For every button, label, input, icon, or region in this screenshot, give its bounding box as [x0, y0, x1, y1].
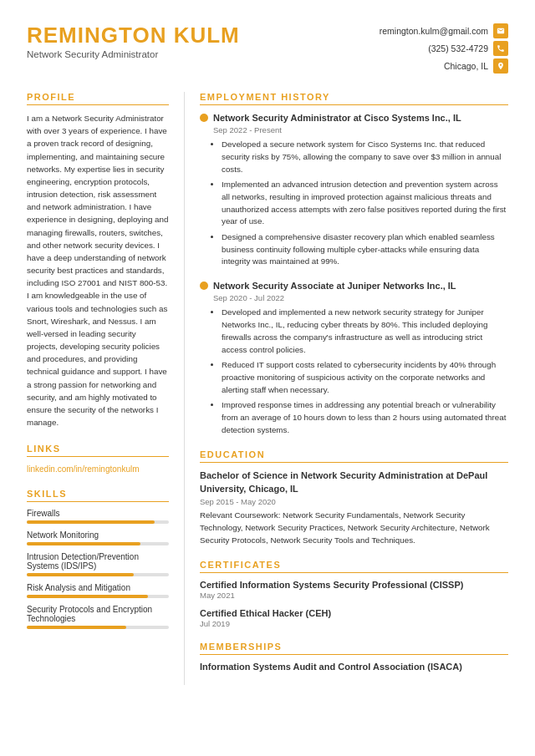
certificates-title: CERTIFICATES	[200, 560, 508, 573]
phone-svg	[497, 44, 505, 53]
page: REMINGTON KULM Network Security Administ…	[0, 0, 535, 708]
bullet: Developed and implemented a new network …	[222, 307, 508, 356]
job-item: Network Security Associate at Juniper Ne…	[200, 280, 508, 436]
candidate-name: REMINGTON KULM	[27, 23, 240, 48]
skills-list: Firewalls Network Monitoring Intrusion D…	[27, 509, 169, 629]
skill-item: Intrusion Detection/Prevention Systems (…	[27, 552, 169, 576]
job-title: Network Security Associate at Juniper Ne…	[213, 280, 456, 292]
location-svg	[497, 62, 505, 70]
skill-item: Network Monitoring	[27, 530, 169, 545]
skill-name: Risk Analysis and Mitigation	[27, 583, 169, 592]
job-dot	[200, 114, 208, 122]
bullet: Improved response times in addressing an…	[222, 399, 508, 436]
skill-name: Intrusion Detection/Prevention Systems (…	[27, 552, 169, 571]
cert-date: Jul 2019	[200, 619, 508, 628]
skill-bar-fill	[27, 573, 134, 576]
skill-bar-bg	[27, 595, 169, 598]
profile-section: PROFILE I am a Network Security Administ…	[27, 92, 169, 429]
skill-name: Security Protocols and Encryption Techno…	[27, 605, 169, 623]
candidate-title: Network Security Administrator	[27, 49, 240, 59]
email-row: remington.kulm@gmail.com	[380, 23, 508, 38]
employment-title: EMPLOYMENT HISTORY	[200, 92, 508, 105]
certificate-item: Certified Ethical Hacker (CEH) Jul 2019	[200, 608, 508, 628]
email-svg	[497, 27, 505, 35]
phone-row: (325) 532-4729	[380, 41, 508, 56]
links-title: LINKS	[27, 444, 169, 457]
certificates-section: CERTIFICATES Certified Information Syste…	[200, 560, 508, 628]
skill-item: Firewalls	[27, 509, 169, 524]
left-column: PROFILE I am a Network Security Administ…	[27, 92, 184, 685]
location-icon	[493, 58, 508, 74]
memberships-title: MEMBERSHIPS	[200, 642, 508, 655]
skills-section: SKILLS Firewalls Network Monitoring Intr…	[27, 489, 169, 629]
email-icon	[493, 23, 508, 38]
header-left: REMINGTON KULM Network Security Administ…	[27, 23, 240, 59]
jobs-list: Network Security Administrator at Cisco …	[200, 112, 508, 436]
skill-bar-fill	[27, 520, 155, 524]
header: REMINGTON KULM Network Security Administ…	[27, 23, 508, 74]
skill-bar-bg	[27, 520, 169, 524]
phone-text: (325) 532-4729	[428, 43, 488, 53]
right-column: EMPLOYMENT HISTORY Network Security Admi…	[184, 92, 508, 685]
location-text: Chicago, IL	[444, 61, 488, 71]
job-item: Network Security Administrator at Cisco …	[200, 112, 508, 268]
education-list: Bachelor of Science in Network Security …	[200, 469, 508, 546]
job-title-row: Network Security Associate at Juniper Ne…	[200, 280, 508, 292]
memberships-section: MEMBERSHIPS Information Systems Audit an…	[200, 642, 508, 672]
edu-degree: Bachelor of Science in Network Security …	[200, 469, 508, 495]
skill-item: Risk Analysis and Mitigation	[27, 583, 169, 598]
edu-coursework: Relevant Coursework: Network Security Fu…	[200, 510, 508, 546]
profile-title: PROFILE	[27, 92, 169, 105]
phone-icon	[493, 41, 508, 56]
main-layout: PROFILE I am a Network Security Administ…	[27, 92, 508, 685]
skill-bar-bg	[27, 542, 169, 545]
cert-name: Certified Information Systems Security P…	[200, 580, 508, 590]
job-title: Network Security Administrator at Cisco …	[213, 112, 461, 124]
skills-title: SKILLS	[27, 489, 169, 502]
skill-bar-fill	[27, 626, 126, 629]
cert-date: May 2021	[200, 591, 508, 600]
bullet: Designed a comprehensive disaster recove…	[222, 231, 508, 268]
profile-text: I am a Network Security Administrator wi…	[27, 112, 169, 429]
bullet: Developed a secure network system for Ci…	[222, 139, 508, 175]
bullet: Reduced IT support costs related to cybe…	[222, 359, 508, 396]
location-row: Chicago, IL	[380, 58, 508, 74]
membership-item: Information Systems Audit and Control As…	[200, 662, 508, 672]
edu-dates: Sep 2015 - May 2020	[200, 497, 508, 506]
links-section: LINKS linkedin.com/in/remingtonkulm	[27, 444, 169, 474]
skill-bar-fill	[27, 542, 140, 545]
email-text: remington.kulm@gmail.com	[380, 26, 488, 36]
membership-name: Information Systems Audit and Control As…	[200, 662, 508, 672]
employment-section: EMPLOYMENT HISTORY Network Security Admi…	[200, 92, 508, 436]
skill-name: Firewalls	[27, 509, 169, 518]
memberships-list: Information Systems Audit and Control As…	[200, 662, 508, 672]
bullet: Implemented an advanced intrusion detect…	[222, 179, 508, 228]
job-dates: Sep 2022 - Present	[213, 125, 508, 134]
certificates-list: Certified Information Systems Security P…	[200, 580, 508, 628]
job-dot	[200, 282, 208, 290]
education-section: EDUCATION Bachelor of Science in Network…	[200, 449, 508, 546]
job-title-row: Network Security Administrator at Cisco …	[200, 112, 508, 124]
linkedin-link[interactable]: linkedin.com/in/remingtonkulm	[27, 464, 140, 474]
job-dates: Sep 2020 - Jul 2022	[213, 293, 508, 302]
header-right: remington.kulm@gmail.com (325) 532-4729 …	[380, 23, 508, 74]
education-item: Bachelor of Science in Network Security …	[200, 469, 508, 546]
certificate-item: Certified Information Systems Security P…	[200, 580, 508, 600]
job-bullets: Developed a secure network system for Ci…	[213, 139, 508, 268]
skill-bar-bg	[27, 573, 169, 576]
cert-name: Certified Ethical Hacker (CEH)	[200, 608, 508, 618]
education-title: EDUCATION	[200, 449, 508, 463]
skill-name: Network Monitoring	[27, 530, 169, 540]
skill-item: Security Protocols and Encryption Techno…	[27, 605, 169, 629]
skill-bar-fill	[27, 595, 148, 598]
job-bullets: Developed and implemented a new network …	[213, 307, 508, 436]
skill-bar-bg	[27, 626, 169, 629]
